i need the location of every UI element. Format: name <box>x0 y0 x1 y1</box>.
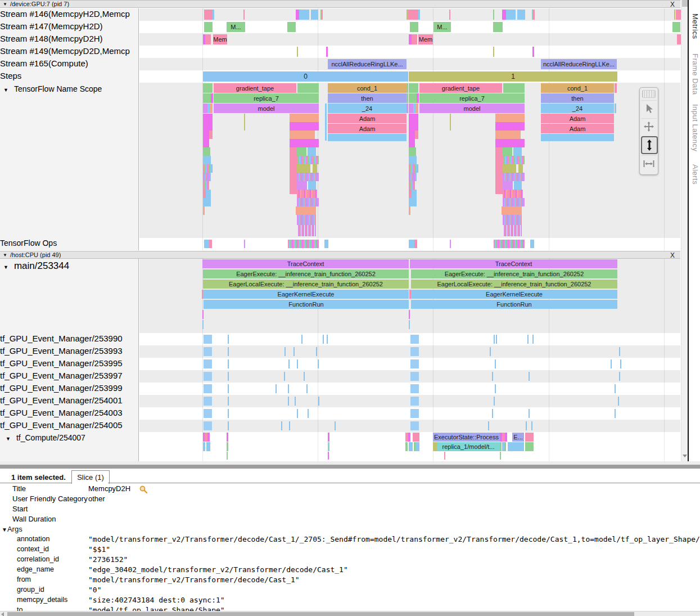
trace-event[interactable] <box>407 104 408 113</box>
trace-event[interactable] <box>205 34 211 44</box>
trace-event[interactable] <box>211 93 213 103</box>
trace-event-mem[interactable]: Mem <box>418 34 433 44</box>
trace-event[interactable] <box>508 442 524 451</box>
trace-event-_24[interactable]: _24 <box>541 104 614 113</box>
trace-event[interactable] <box>203 104 207 113</box>
horizontal-scrollbar-thumb[interactable] <box>7 612 634 616</box>
trace-event-adam[interactable]: Adam <box>328 114 407 123</box>
trace-event[interactable] <box>417 93 419 103</box>
trace-event[interactable] <box>297 147 306 156</box>
trace-event[interactable] <box>297 83 319 93</box>
trace-event[interactable] <box>203 147 210 156</box>
trace-event[interactable] <box>244 240 245 248</box>
trace-event[interactable] <box>325 104 327 141</box>
trace-event[interactable] <box>209 131 213 139</box>
trace-event[interactable] <box>416 104 418 113</box>
trace-event[interactable] <box>407 83 408 93</box>
gpu-collapse-icon[interactable]: ▼ <box>3 2 7 7</box>
trace-event-executorstate-process[interactable]: ExecutorState::Process <box>433 433 500 442</box>
trace-event[interactable] <box>409 310 410 319</box>
trace-event[interactable] <box>410 347 419 356</box>
trace-event[interactable] <box>407 93 408 103</box>
trace-event[interactable] <box>410 359 419 368</box>
trace-event[interactable] <box>297 173 319 181</box>
trace-event[interactable] <box>413 433 419 442</box>
trace-event[interactable] <box>615 384 616 393</box>
trace-event[interactable] <box>228 372 229 381</box>
trace-event-adam[interactable]: Adam <box>541 114 614 123</box>
trace-event[interactable] <box>318 397 319 406</box>
trace-event-gradient_tape[interactable]: gradient_tape <box>419 83 502 93</box>
trace-event[interactable] <box>412 190 417 198</box>
trace-event-ncclallreduceringllke-[interactable]: ncclAllReduceRingLLKe... <box>328 59 407 69</box>
side-tab-input-latency[interactable]: Input Latency <box>690 104 699 152</box>
trace-event[interactable] <box>327 335 328 344</box>
trace-event[interactable] <box>449 10 450 20</box>
trace-event[interactable] <box>213 10 214 20</box>
trace-event[interactable] <box>313 164 317 173</box>
trace-event[interactable] <box>450 114 451 131</box>
trace-event[interactable] <box>506 10 516 20</box>
trace-event-eagerkernelexecute[interactable]: EagerKernelExecute <box>411 290 617 299</box>
trace-event-1[interactable]: 1 <box>409 71 617 82</box>
trace-event[interactable] <box>299 10 309 20</box>
trace-event-model[interactable]: model <box>214 104 319 113</box>
trace-event[interactable] <box>495 114 525 122</box>
trace-event[interactable] <box>328 134 407 141</box>
trace-event[interactable] <box>202 310 204 319</box>
trace-event[interactable] <box>410 384 419 393</box>
trace-event[interactable] <box>409 181 415 190</box>
track-collapse-icon[interactable]: ▼ <box>3 87 8 93</box>
trace-event[interactable] <box>620 359 621 368</box>
trace-event[interactable] <box>203 139 209 147</box>
trace-event[interactable] <box>328 452 329 460</box>
trace-event[interactable] <box>619 347 620 356</box>
trace-event[interactable] <box>494 397 495 406</box>
trace-event[interactable] <box>514 181 522 190</box>
trace-event[interactable] <box>410 397 419 406</box>
trace-event[interactable] <box>615 409 616 418</box>
timing-tool-button[interactable] <box>641 155 657 172</box>
trace-event[interactable] <box>295 397 296 406</box>
trace-event[interactable] <box>203 93 211 103</box>
trace-event[interactable] <box>203 164 213 173</box>
trace-event[interactable] <box>227 452 228 460</box>
trace-event[interactable] <box>503 198 525 206</box>
trace-event[interactable] <box>414 240 417 248</box>
trace-event[interactable] <box>531 421 532 430</box>
trace-event[interactable] <box>290 114 319 122</box>
trace-event-replica_7[interactable]: replica_7 <box>214 93 319 103</box>
trace-event[interactable] <box>530 240 534 248</box>
trace-event[interactable] <box>284 347 286 356</box>
trace-event[interactable] <box>203 83 213 93</box>
trace-event-mem[interactable]: Mem <box>213 34 227 44</box>
trace-event[interactable] <box>204 421 212 430</box>
trace-event[interactable] <box>203 173 211 181</box>
args-collapse-icon[interactable]: ▼ <box>2 527 7 533</box>
trace-event-cond_1[interactable]: cond_1 <box>328 83 407 93</box>
trace-event[interactable] <box>410 409 419 418</box>
trace-event[interactable] <box>409 198 417 206</box>
trace-event[interactable] <box>533 10 535 20</box>
trace-event-replica_1-model-t-[interactable]: replica_1/model/t... <box>437 442 500 451</box>
trace-event-replica_7[interactable]: replica_7 <box>419 93 525 103</box>
trace-event[interactable] <box>503 173 525 181</box>
trace-event[interactable] <box>202 320 204 329</box>
trace-event[interactable] <box>525 442 534 451</box>
trace-event[interactable] <box>203 181 209 190</box>
trace-event[interactable] <box>203 206 205 215</box>
trace-event[interactable] <box>525 433 534 442</box>
trace-event[interactable] <box>409 93 417 103</box>
trace-event[interactable] <box>409 442 413 451</box>
trace-event-m-[interactable]: M... <box>227 22 245 32</box>
trace-event[interactable] <box>206 442 210 451</box>
trace-event[interactable] <box>615 104 616 113</box>
trace-event[interactable] <box>297 215 316 225</box>
trace-event[interactable] <box>409 139 415 147</box>
trace-event[interactable] <box>304 372 305 381</box>
trace-event-gradient_tape[interactable]: gradient_tape <box>214 83 296 93</box>
trace-event[interactable] <box>204 359 212 368</box>
trace-event[interactable] <box>495 147 503 194</box>
trace-event[interactable] <box>306 384 308 393</box>
trace-event[interactable] <box>504 225 522 236</box>
